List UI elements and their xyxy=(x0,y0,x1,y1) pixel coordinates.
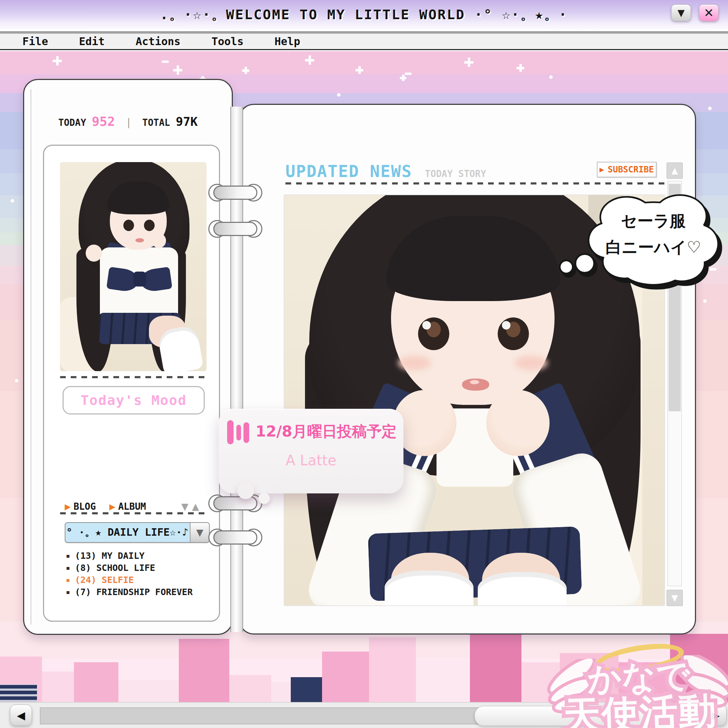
music-popup[interactable]: 12/8月曜日投稿予定 A Latte xyxy=(219,409,404,493)
tab-blog[interactable]: ▶ BLOG xyxy=(65,501,96,512)
news-header: UPDATED NEWS TODAY STORY xyxy=(286,162,486,181)
category-label: (13) MY DAILY xyxy=(75,551,145,561)
menu-bar: File Edit Actions Tools Help xyxy=(0,34,728,50)
tab-album[interactable]: ▶ ALBUM xyxy=(110,501,146,512)
scroll-up-icon: ▲ xyxy=(671,166,678,176)
sparkle-icon xyxy=(355,66,363,74)
binder-ring xyxy=(205,493,265,513)
popup-song-name: A Latte xyxy=(233,452,389,468)
tab-blog-label: BLOG xyxy=(73,501,96,512)
building xyxy=(118,680,179,702)
total-count: 97K xyxy=(176,115,198,128)
profile-photo xyxy=(60,162,206,371)
popup-tail xyxy=(237,482,254,499)
sort-arrows: ▼ ▲ xyxy=(181,501,199,512)
sparkle-icon xyxy=(549,75,553,79)
menu-file[interactable]: File xyxy=(22,35,48,47)
binder-ring xyxy=(205,528,265,548)
binder-ring xyxy=(205,183,265,203)
menu-help[interactable]: Help xyxy=(274,35,300,47)
building xyxy=(271,682,291,702)
category-label: (8) SCHOOL LIFE xyxy=(75,563,155,573)
app-window: .。·☆·。WELCOME TO MY LITTLE WORLD ·° ☆·。★… xyxy=(0,0,728,728)
close-icon: ✕ xyxy=(704,6,714,20)
building xyxy=(416,660,470,702)
sparkle-icon xyxy=(162,60,169,63)
popup-tail xyxy=(258,492,270,504)
sparkle-icon xyxy=(708,107,712,110)
sparkle-icon xyxy=(173,66,182,75)
chevron-down-icon: ▼ xyxy=(196,527,203,538)
site-logo: かなで かなで 天使活動 天使活動 xyxy=(549,641,728,728)
profile-card: Today's Mood ▶ BLOG ▶ ALBUM ▼ ▲ ° ·。★ DA… xyxy=(43,145,220,622)
sparkle-icon xyxy=(517,64,524,72)
category-list: ▪ (13) MY DAILY ▪ (8) SCHOOL LIFE ▪ (24)… xyxy=(66,549,193,598)
scroll-down-button[interactable]: ▼ xyxy=(667,590,683,606)
bubble-text-line2: 白ニーハイ♡ xyxy=(584,237,723,258)
sort-up-icon[interactable]: ▲ xyxy=(192,501,199,512)
total-label: TOTAL xyxy=(142,117,170,128)
profile-photo-art xyxy=(60,162,206,371)
scroll-down-icon: ▼ xyxy=(671,593,678,603)
category-label: (24) SELFIE xyxy=(75,575,134,585)
window-title: .。·☆·。WELCOME TO MY LITTLE WORLD ·° ☆·。★… xyxy=(0,6,728,24)
subscribe-button[interactable]: ▶ SUBSCRIBE xyxy=(597,162,656,177)
notebook-right-page: UPDATED NEWS TODAY STORY ▶ SUBSCRIBE xyxy=(239,104,696,635)
dropdown-value: ° ·。★ DAILY LIFE☆·♪ xyxy=(66,523,189,542)
todays-mood-button[interactable]: Today's Mood xyxy=(63,386,205,414)
menu-tools[interactable]: Tools xyxy=(211,35,243,47)
category-dropdown[interactable]: ° ·。★ DAILY LIFE☆·♪ ▼ xyxy=(65,522,210,543)
bubble-text-line1: セーラ服 xyxy=(584,210,723,232)
sparkle-icon xyxy=(464,58,474,67)
building xyxy=(470,634,522,702)
today-count: 952 xyxy=(92,114,115,128)
building xyxy=(229,675,271,702)
bullet-icon: ▪ xyxy=(66,564,70,571)
bubble-trail-circle xyxy=(574,253,595,274)
marker-icon: ▶ xyxy=(600,166,604,173)
building xyxy=(179,639,229,702)
menu-edit[interactable]: Edit xyxy=(79,35,104,47)
menu-actions[interactable]: Actions xyxy=(136,35,180,47)
sparkle-icon xyxy=(305,55,314,65)
building xyxy=(322,652,369,702)
category-school-life[interactable]: ▪ (8) SCHOOL LIFE xyxy=(66,562,193,574)
tabs-row: ▶ BLOG ▶ ALBUM xyxy=(65,501,146,512)
bullet-icon: ▪ xyxy=(66,577,70,583)
equalizer-icon xyxy=(227,420,250,445)
bubble-trail-circle xyxy=(559,260,574,274)
minimize-button[interactable]: ▼ xyxy=(671,4,691,21)
titlebar-divider xyxy=(0,31,728,34)
sort-down-icon[interactable]: ▼ xyxy=(181,501,188,512)
today-story-label: TODAY STORY xyxy=(425,168,486,179)
thought-bubble: セーラ服 白ニーハイ♡ xyxy=(584,187,723,294)
sparkle-icon xyxy=(11,199,14,203)
notebook-left-page: TODAY 952 | TOTAL 97K Tod xyxy=(23,79,233,635)
building xyxy=(369,637,416,702)
title-bar: .。·☆·。WELCOME TO MY LITTLE WORLD ·° ☆·。★… xyxy=(0,0,728,31)
building xyxy=(291,677,322,702)
todays-mood-label: Today's Mood xyxy=(81,392,187,408)
scroll-up-button[interactable]: ▲ xyxy=(667,162,683,179)
today-label: TODAY xyxy=(58,117,86,128)
sparkle-icon xyxy=(400,75,406,81)
sparkle-icon xyxy=(242,67,249,74)
counter-separator: | xyxy=(125,116,132,128)
category-friendship-forever[interactable]: ▪ (7) FRIENDSHIP FOREVER xyxy=(66,586,193,598)
divider-dotted xyxy=(60,376,206,378)
subscribe-label: SUBSCRIBE xyxy=(608,165,654,174)
category-my-daily[interactable]: ▪ (13) MY DAILY xyxy=(66,549,193,562)
divider-dotted xyxy=(60,512,206,514)
popup-title: 12/8月曜日投稿予定 xyxy=(255,422,398,442)
minimize-icon: ▼ xyxy=(678,8,685,18)
sparkle-icon xyxy=(15,379,18,382)
close-button[interactable]: ✕ xyxy=(699,4,719,21)
scroll-left-button[interactable]: ◀ xyxy=(10,705,32,726)
bullet-icon: ▪ xyxy=(66,552,70,559)
binder-ring xyxy=(205,219,265,239)
bullet-icon: ▪ xyxy=(66,589,70,595)
updated-news-title: UPDATED NEWS xyxy=(286,162,412,181)
building xyxy=(0,684,37,702)
sparkle-icon xyxy=(703,299,707,303)
category-selfie[interactable]: ▪ (24) SELFIE xyxy=(66,574,193,586)
